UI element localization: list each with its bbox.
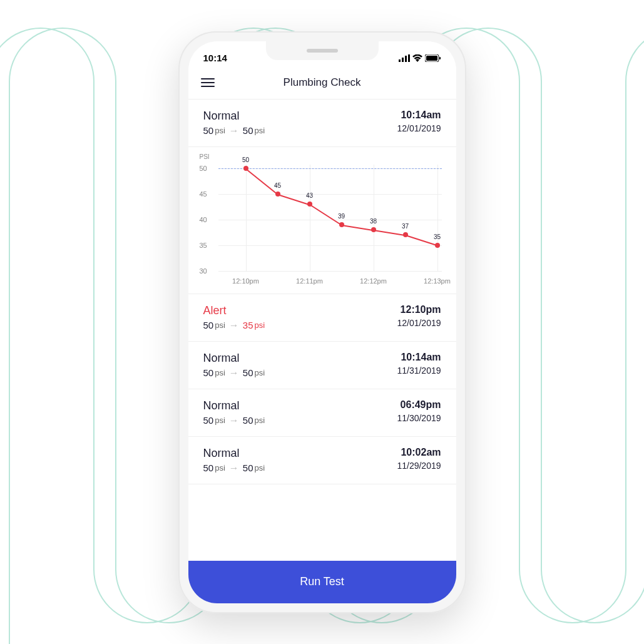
psi-change: 50psi→50psi [203, 367, 265, 379]
chart-xtick: 12:13pm [424, 277, 451, 285]
chart-point [339, 222, 344, 227]
entry-time: 10:02am [397, 447, 441, 458]
entry-time: 10:14am [397, 352, 441, 363]
phone-frame: 10:14 Plumbing Check Normal50psi→50psi10… [178, 31, 466, 613]
chart-gridline-v [310, 165, 310, 271]
psi-unit: psi [215, 463, 225, 473]
page-title: Plumbing Check [201, 76, 444, 89]
psi-to: 50 [243, 463, 253, 473]
chart-gridline-v [437, 165, 438, 271]
entry-date: 12/01/2019 [397, 318, 441, 328]
chart-line-segment [309, 204, 342, 225]
psi-unit: psi [255, 320, 265, 330]
chart-point [371, 227, 376, 232]
psi-from: 50 [203, 463, 214, 473]
history-entry[interactable]: Alert50psi→35psi12:10pm12/01/2019 [188, 294, 456, 342]
content-scroll[interactable]: Normal50psi→50psi10:14am12/01/2019PSI504… [188, 100, 456, 556]
psi-to: 50 [243, 367, 253, 378]
chart-xtick: 12:11pm [296, 277, 323, 285]
chart-point-label: 35 [434, 233, 441, 240]
chart-xtick: 12:10pm [232, 277, 259, 285]
entry-status: Normal [203, 110, 265, 123]
battery-icon [425, 54, 441, 62]
entry-date: 11/29/2019 [397, 461, 441, 471]
chart-point-label: 50 [242, 156, 249, 163]
psi-unit: psi [255, 416, 265, 425]
chart-ytick: 40 [200, 216, 207, 223]
chart-gridline-v [246, 165, 247, 271]
psi-change: 50psi→50psi [203, 463, 265, 474]
chart-line-segment [373, 230, 405, 236]
pressure-chart: PSI504540353012:10pm12:11pm12:12pm12:13p… [188, 147, 456, 294]
chart-ytick: 30 [200, 267, 207, 275]
svg-rect-3 [408, 54, 410, 62]
svg-rect-0 [399, 59, 401, 62]
arrow-icon: → [229, 415, 239, 426]
chart-point-label: 43 [306, 192, 313, 198]
chart-point-label: 38 [370, 217, 377, 224]
chart-line-segment [245, 168, 278, 195]
svg-rect-2 [405, 56, 407, 62]
psi-from: 50 [203, 320, 214, 330]
wifi-icon [412, 54, 422, 62]
psi-change: 50psi→35psi [203, 320, 265, 331]
psi-from: 50 [203, 367, 214, 378]
arrow-icon: → [229, 125, 239, 136]
chart-ylabel: PSI [200, 153, 210, 160]
entry-status: Normal [203, 447, 265, 460]
chart-point-label: 37 [402, 223, 409, 230]
entry-date: 12/01/2019 [397, 123, 441, 133]
entry-status: Alert [203, 304, 265, 317]
entry-status: Normal [203, 352, 265, 365]
chart-gridline-h [218, 220, 442, 220]
psi-unit: psi [215, 126, 225, 135]
svg-rect-1 [402, 58, 404, 62]
psi-unit: psi [215, 320, 225, 330]
entry-time: 10:14am [397, 110, 441, 121]
chart-ytick: 45 [200, 190, 207, 198]
psi-change: 50psi→50psi [203, 125, 265, 136]
chart-gridline-h [218, 271, 442, 272]
entry-time: 12:10pm [397, 304, 441, 315]
entry-date: 11/30/2019 [397, 413, 441, 423]
history-entry[interactable]: Normal50psi→50psi06:49pm11/30/2019 [188, 389, 456, 437]
psi-unit: psi [215, 416, 225, 425]
chart-point [307, 202, 312, 207]
phone-screen: 10:14 Plumbing Check Normal50psi→50psi10… [188, 41, 456, 603]
chart-point [403, 232, 408, 237]
chart-gridline-h [218, 194, 442, 195]
cellular-icon [399, 54, 410, 62]
psi-to: 50 [243, 125, 253, 136]
phone-notch [266, 41, 379, 60]
history-entry[interactable]: Normal50psi→50psi10:14am12/01/2019 [188, 100, 456, 147]
svg-rect-6 [439, 57, 441, 59]
chart-point [243, 166, 248, 171]
chart-point [435, 243, 440, 248]
arrow-icon: → [229, 320, 239, 331]
arrow-icon: → [229, 367, 239, 379]
psi-unit: psi [215, 368, 225, 377]
psi-from: 50 [203, 415, 214, 426]
arrow-icon: → [229, 463, 239, 474]
app-header: Plumbing Check [188, 69, 456, 100]
psi-unit: psi [255, 463, 265, 473]
entry-time: 06:49pm [397, 399, 441, 411]
chart-point-label: 45 [274, 181, 281, 188]
entry-status: Normal [203, 399, 265, 412]
psi-unit: psi [255, 368, 265, 377]
history-entry[interactable]: Normal50psi→50psi10:02am11/29/2019 [188, 437, 456, 484]
run-test-button[interactable]: Run Test [188, 561, 456, 603]
chart-baseline [218, 168, 442, 169]
status-icons [399, 54, 441, 62]
psi-change: 50psi→50psi [203, 415, 265, 426]
chart-line-segment [277, 194, 310, 205]
history-entry[interactable]: Normal50psi→50psi10:14am11/31/2019 [188, 342, 456, 389]
chart-ytick: 35 [200, 242, 207, 249]
status-time: 10:14 [203, 53, 227, 63]
entry-date: 11/31/2019 [397, 365, 441, 376]
psi-unit: psi [255, 126, 265, 135]
chart-xtick: 12:12pm [360, 277, 387, 285]
psi-to: 35 [243, 320, 253, 330]
psi-from: 50 [203, 125, 214, 136]
psi-to: 50 [243, 415, 253, 426]
